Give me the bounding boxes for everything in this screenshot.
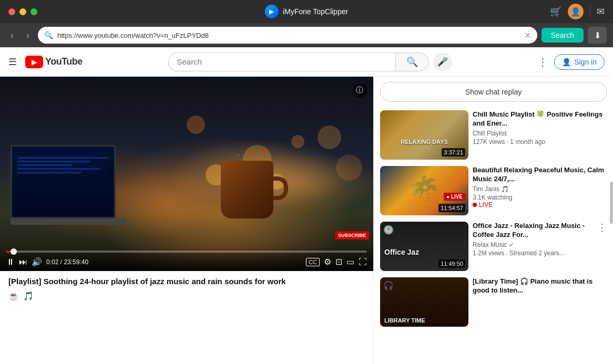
related-video-2[interactable]: 🌴 11:54:57 ● LIVE Beautiful Relaxing Pea… — [374, 163, 613, 219]
time-display: 0:02 / 23:59:40 — [46, 258, 88, 266]
screen-lines — [17, 157, 109, 175]
bokeh-light-5 — [318, 126, 341, 149]
youtube-search-input[interactable] — [168, 53, 395, 71]
youtube-sign-in-button[interactable]: 👤 Sign in — [554, 54, 605, 70]
related-channel-2: Tim Janis 🎵 — [473, 185, 607, 193]
youtube-search-button[interactable]: 🔍 — [395, 53, 429, 71]
video-section: ~ ⓘ SUBSCRIBE ⏸ ⏭ — [0, 77, 373, 364]
maximize-dot[interactable] — [30, 8, 37, 15]
progress-bar[interactable] — [6, 251, 367, 253]
title-bar-right-icons: 🛒 👤 ✉ — [550, 4, 605, 19]
video-meta-row: ☕ 🎵 — [0, 289, 373, 303]
hamburger-icon[interactable]: ☰ — [8, 56, 17, 68]
thumb-clock-icon: 🕐 — [383, 225, 394, 235]
laptop-screen — [11, 145, 116, 219]
avatar-icon[interactable]: 👤 — [568, 4, 584, 19]
youtube-logo-text: YouTube — [45, 56, 83, 67]
youtube-header: ☰ ▶ YouTube 🔍 🎤 ⋮ 👤 Sign in — [0, 47, 613, 77]
channel-emoji-2: 🎵 — [23, 291, 34, 301]
bokeh-light-7 — [187, 116, 205, 134]
title-bar: ▶ iMyFone TopClipper 🛒 👤 ✉ — [0, 0, 613, 23]
related-thumb-4: 🎧 LIBRARY TIME — [380, 277, 468, 327]
cup-steam: ~ — [237, 153, 244, 159]
close-dot[interactable] — [8, 8, 15, 15]
related-info-1: Chill Music Playlist 🍀 Positive Feelings… — [473, 110, 607, 160]
download-icon-button[interactable]: ⬇ — [588, 27, 607, 44]
thumb-headphone-icon: 🎧 — [383, 280, 394, 290]
url-text[interactable]: https://www.youtube.com/watch?v=n_uFzLPY… — [57, 32, 520, 39]
palm-tree-visual: 🌴 — [408, 174, 441, 205]
screen-line — [17, 168, 100, 170]
laptop-base — [11, 219, 126, 225]
cup-handle — [273, 176, 288, 200]
related-channel-3: Relax Music ✓ — [473, 241, 607, 248]
sign-in-label: Sign in — [574, 58, 597, 66]
live-badge: ● LIVE — [444, 193, 465, 201]
mail-icon[interactable]: ✉ — [597, 6, 605, 17]
progress-thumb — [11, 248, 17, 255]
related-stats-1: 127K views · 1 month ago — [473, 138, 607, 145]
video-player[interactable]: ~ ⓘ SUBSCRIBE ⏸ ⏭ — [0, 77, 373, 271]
volume-button[interactable]: 🔊 — [32, 257, 42, 267]
current-time: 0:02 — [46, 258, 58, 266]
related-video-menu-icon-3[interactable]: ⋮ — [597, 222, 607, 233]
video-title-area: [Playlist] Soothing 24-hour playlist of … — [0, 271, 373, 289]
related-video-4[interactable]: 🎧 LIBRARY TIME [Library Time] 🎧 Piano mu… — [374, 274, 613, 330]
right-panel: Show chat replay RELAXING DAYS 3:37:21 C… — [373, 77, 613, 364]
cup-body: ~ — [221, 161, 273, 219]
bokeh-light-4 — [291, 135, 304, 148]
related-title-3: Office Jazz - Relaxing Jazz Music - Coff… — [473, 222, 607, 240]
screen-line — [17, 161, 90, 162]
youtube-logo-icon: ▶ — [25, 56, 43, 68]
channel-emoji-1: ☕ — [8, 291, 19, 301]
url-search-icon: 🔍 — [44, 31, 53, 39]
back-button[interactable]: ‹ — [6, 28, 18, 43]
related-info-4: [Library Time] 🎧 Piano music that is goo… — [473, 277, 607, 327]
search-button[interactable]: Search — [542, 28, 584, 43]
laptop-visual — [11, 145, 126, 240]
thumb-duration-2: 11:54:57 — [438, 204, 465, 212]
related-title-4: [Library Time] 🎧 Piano music that is goo… — [473, 277, 607, 295]
app-logo-icon: ▶ — [265, 5, 279, 18]
play-pause-button[interactable]: ⏸ — [6, 257, 15, 267]
cart-icon[interactable]: 🛒 — [550, 6, 561, 17]
related-title-1: Chill Music Playlist 🍀 Positive Feelings… — [473, 110, 607, 128]
miniplayer-button[interactable]: ⊡ — [335, 257, 342, 267]
video-scene: ~ — [0, 77, 373, 271]
theater-button[interactable]: ▭ — [346, 257, 354, 267]
next-button[interactable]: ⏭ — [19, 257, 27, 267]
video-info-icon[interactable]: ⓘ — [352, 83, 367, 98]
youtube-dots-icon[interactable]: ⋮ — [537, 56, 548, 68]
related-video-3[interactable]: 🕐 Office Jaz 11:49:50 Office Jazz - Rela… — [374, 219, 613, 274]
related-thumb-3: 🕐 Office Jaz 11:49:50 — [380, 222, 468, 271]
window-controls — [8, 8, 37, 15]
thumb-duration-3: 11:49:50 — [438, 259, 465, 268]
video-controls: ⏸ ⏭ 🔊 0:02 / 23:59:40 CC ⚙ ⊡ — [0, 246, 373, 271]
nav-bar: ‹ › 🔍 https://www.youtube.com/watch?v=n_… — [0, 23, 613, 47]
live-indicator: LIVE — [473, 201, 607, 209]
app-title-text: iMyFone TopClipper — [283, 7, 348, 16]
youtube-search-bar: 🔍 🎤 — [168, 53, 452, 71]
settings-button[interactable]: ⚙ — [324, 257, 331, 267]
thumb-duration-1: 3:37:21 — [442, 148, 465, 157]
related-stats-3: 1.2M views · Streamed 2 years... — [473, 249, 607, 257]
minimize-dot[interactable] — [19, 8, 26, 15]
youtube-logo[interactable]: ▶ YouTube — [25, 56, 83, 68]
related-info-3: Office Jazz - Relaxing Jazz Music - Coff… — [473, 222, 607, 271]
laptop-screen-content — [12, 147, 114, 217]
related-title-2: Beautiful Relaxing Peaceful Music, Calm … — [473, 166, 607, 184]
forward-button[interactable]: › — [22, 28, 34, 43]
controls-row: ⏸ ⏭ 🔊 0:02 / 23:59:40 CC ⚙ ⊡ — [6, 257, 367, 267]
cc-button[interactable]: CC — [306, 258, 320, 266]
related-video-1[interactable]: RELAXING DAYS 3:37:21 Chill Music Playli… — [374, 107, 613, 163]
total-time: 23:59:40 — [64, 258, 88, 266]
video-title: [Playlist] Soothing 24-hour playlist of … — [8, 276, 365, 287]
show-chat-replay-button[interactable]: Show chat replay — [380, 82, 607, 102]
fullscreen-button[interactable]: ⛶ — [359, 257, 367, 267]
youtube-mic-button[interactable]: 🎤 — [433, 53, 452, 71]
subscribe-button[interactable]: SUBSCRIBE — [335, 231, 369, 240]
screen-line — [17, 172, 81, 173]
library-thumb-text: LIBRARY TIME — [384, 317, 425, 324]
screen-line — [17, 157, 109, 159]
url-clear-icon[interactable]: ✕ — [524, 30, 531, 40]
